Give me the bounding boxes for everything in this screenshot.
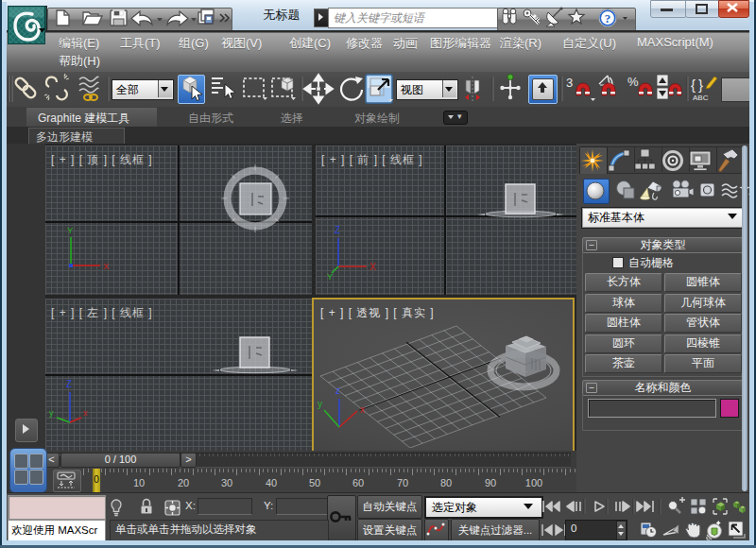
svg-text:3: 3 <box>566 76 573 90</box>
svg-text:ABC: ABC <box>693 94 709 102</box>
svg-text:Z: Z <box>66 379 72 389</box>
svg-text:z: z <box>335 385 340 396</box>
svg-text:?: ? <box>605 11 611 26</box>
svg-text:X: X <box>369 262 376 272</box>
svg-text:{: { <box>691 77 696 93</box>
svg-text:x: x <box>360 404 365 415</box>
svg-text:}: } <box>698 77 703 93</box>
svg-text:Z: Z <box>335 225 340 235</box>
svg-text:X: X <box>103 261 110 271</box>
svg-text:y: y <box>49 408 54 418</box>
svg-text:Y: Y <box>67 225 74 235</box>
svg-text:y: y <box>318 399 322 409</box>
svg-text:x: x <box>83 408 88 418</box>
svg-text:Y: Y <box>327 272 333 282</box>
svg-text:%: % <box>627 75 639 89</box>
